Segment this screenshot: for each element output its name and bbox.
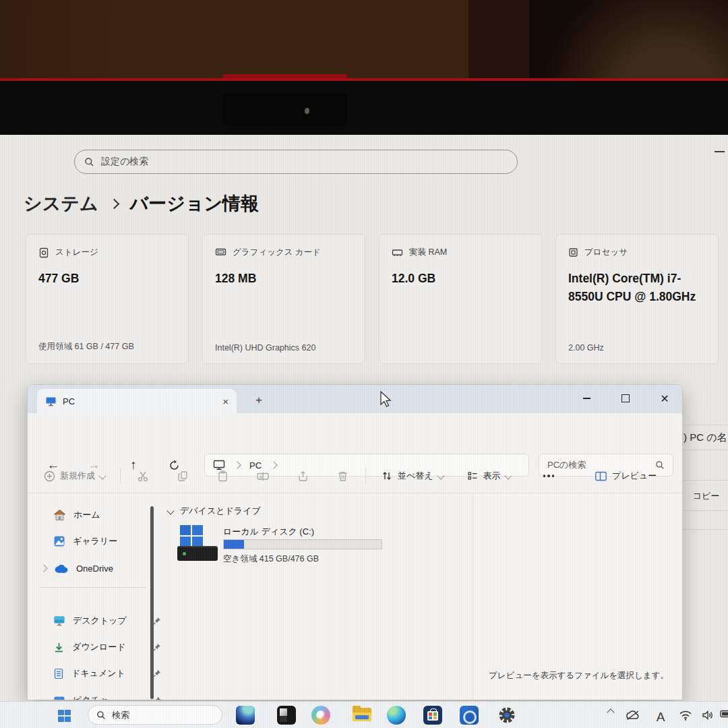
sidebar-label: ホーム [73,509,100,521]
sidebar-item-pictures[interactable]: ピクチャ [53,690,161,700]
sidebar-item-home[interactable]: ホーム [53,504,161,526]
rename-pc-label-partial: ) PC の名 [684,431,727,444]
webcam-housing [222,93,347,125]
sidebar-label: ギャラリー [73,535,117,547]
window-maximize-button[interactable] [610,385,641,412]
photos-app-button[interactable] [460,706,479,725]
card-label: ストレージ [55,247,98,258]
sidebar-label: デスクトップ [73,615,127,627]
onedrive-tray-icon[interactable] [623,710,643,721]
more-options-button[interactable] [543,475,555,477]
sidebar-item-gallery[interactable]: ギャラリー [53,530,161,552]
settings-minimize-button[interactable] [715,151,725,152]
delete-button[interactable] [336,470,349,483]
paste-button[interactable] [216,470,229,483]
ime-mode-label: A [657,710,665,725]
copy-button[interactable] [177,470,189,483]
page-title: バージョン情報 [130,191,260,216]
preview-pane: プレビューを表示するファイルを選択します。 [473,493,683,700]
preview-message: プレビューを表示するファイルを選択します。 [473,670,683,681]
edge-button[interactable] [387,706,406,725]
copilot-button[interactable] [311,706,330,725]
card-value: 477 GB [38,270,176,288]
share-button[interactable] [297,470,309,483]
taskbar-search-label: 検索 [112,709,129,721]
search-icon [84,157,94,167]
card-value: Intel(R) Core(TM) i7-8550U CPU @ 1.80GHz [568,270,702,306]
card-ram: 実装 RAM 12.0 GB [379,234,542,364]
battery-icon[interactable] [720,710,728,718]
card-value: 12.0 GB [392,270,529,288]
door-frame [468,0,529,81]
expand-chevron-icon[interactable] [40,564,47,572]
paste-icon [216,470,229,483]
pin-icon [153,669,161,677]
plus-circle-icon [44,471,55,482]
drive-windows-logo-icon [180,525,203,547]
task-view-button[interactable] [236,706,255,725]
tab-close-icon[interactable]: × [222,396,229,407]
command-bar: 新規作成 [28,459,682,493]
chevron-down-icon [437,472,444,479]
tab-pc[interactable]: PC × [37,389,237,413]
sort-button[interactable]: 並べ替え [381,470,444,482]
drive-usage-bar [223,539,382,549]
sidebar-item-onedrive[interactable]: OneDrive [53,557,161,579]
drive-name[interactable]: ローカル ディスク (C:) [223,526,314,538]
microsoft-store-button[interactable] [423,706,442,725]
pin-icon [153,617,161,625]
card-graphics: グラフィックス カード 128 MB Intel(R) UHD Graphics… [202,234,365,364]
settings-button[interactable] [497,706,516,725]
sidebar-item-desktop[interactable]: デスクトップ [53,610,161,632]
storage-icon [38,247,49,258]
taskbar: 検索 [0,701,728,728]
card-label: 実装 RAM [409,247,447,258]
processor-icon [568,247,578,257]
pin-icon [153,696,161,700]
sidebar-label: ダウンロード [72,641,126,653]
cut-button[interactable] [137,470,150,483]
sidebar-item-documents[interactable]: ドキュメント [53,663,161,684]
start-button[interactable] [58,710,71,722]
group-header-label: デバイスとドライブ [180,505,261,517]
preview-toggle-button[interactable]: プレビュー [595,470,657,482]
group-header-devices-and-drives[interactable]: デバイスとドライブ [168,505,261,517]
onedrive-cloud-icon [54,564,69,574]
drive-usage-fill [224,540,244,549]
card-label: プロセッサ [584,247,628,258]
sidebar-item-downloads[interactable]: ダウンロード [53,636,161,658]
cut-icon [137,470,150,483]
dark-doorway [529,0,728,81]
file-explorer-button[interactable] [353,706,371,725]
ime-indicator[interactable]: A [651,710,670,725]
new-button[interactable]: 新規作成 [44,470,105,482]
wifi-icon[interactable] [675,710,696,721]
collapse-chevron-icon[interactable] [166,507,174,514]
share-icon [297,470,309,483]
settings-search-input[interactable]: 設定の検索 [74,150,518,174]
sidebar-scrollbar[interactable] [150,506,154,699]
sidebar-label: OneDrive [76,564,113,574]
app-icon-grayscale[interactable] [277,706,296,725]
window-minimize-button[interactable] [571,385,602,412]
drive-led [183,552,186,555]
card-value: 128 MB [215,270,353,288]
svg-text:A: A [260,474,263,479]
rename-button[interactable]: A [256,470,270,483]
new-tab-button[interactable]: + [250,392,268,409]
copy-button-partial[interactable]: コピー [693,490,720,502]
pictures-icon [53,696,65,700]
settings-row-divider [684,510,728,511]
tray-expand-chevron[interactable] [603,710,619,715]
toolbar-divider [120,468,121,484]
mouse-cursor [380,391,393,408]
new-button-label: 新規作成 [60,470,95,482]
desktop-icon [53,615,65,626]
breadcrumb-system[interactable]: システム [24,191,98,216]
volume-icon[interactable] [698,710,717,721]
taskbar-search[interactable]: 検索 [88,705,222,725]
view-button[interactable]: 表示 [466,470,511,482]
tab-title: PC [63,396,75,406]
document-icon [53,668,64,679]
window-close-button[interactable]: ✕ [649,385,680,412]
